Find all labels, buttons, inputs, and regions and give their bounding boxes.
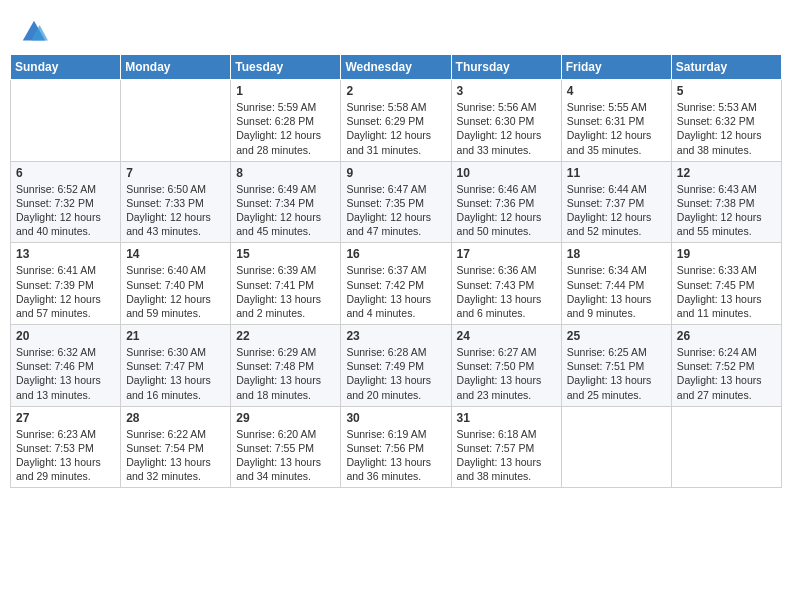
day-info: Sunrise: 5:56 AMSunset: 6:30 PMDaylight:… xyxy=(457,100,556,157)
day-info: Sunrise: 6:25 AMSunset: 7:51 PMDaylight:… xyxy=(567,345,666,402)
day-number: 12 xyxy=(677,166,776,180)
weekday-header-monday: Monday xyxy=(121,55,231,80)
day-info: Sunrise: 5:55 AMSunset: 6:31 PMDaylight:… xyxy=(567,100,666,157)
day-number: 17 xyxy=(457,247,556,261)
day-info: Sunrise: 6:46 AMSunset: 7:36 PMDaylight:… xyxy=(457,182,556,239)
day-number: 1 xyxy=(236,84,335,98)
calendar-week-4: 20Sunrise: 6:32 AMSunset: 7:46 PMDayligh… xyxy=(11,325,782,407)
calendar-cell: 3Sunrise: 5:56 AMSunset: 6:30 PMDaylight… xyxy=(451,80,561,162)
weekday-header-wednesday: Wednesday xyxy=(341,55,451,80)
day-number: 3 xyxy=(457,84,556,98)
calendar-cell xyxy=(11,80,121,162)
day-info: Sunrise: 6:34 AMSunset: 7:44 PMDaylight:… xyxy=(567,263,666,320)
calendar-cell: 7Sunrise: 6:50 AMSunset: 7:33 PMDaylight… xyxy=(121,161,231,243)
day-number: 6 xyxy=(16,166,115,180)
calendar-cell: 17Sunrise: 6:36 AMSunset: 7:43 PMDayligh… xyxy=(451,243,561,325)
day-info: Sunrise: 6:27 AMSunset: 7:50 PMDaylight:… xyxy=(457,345,556,402)
day-info: Sunrise: 6:37 AMSunset: 7:42 PMDaylight:… xyxy=(346,263,445,320)
day-number: 7 xyxy=(126,166,225,180)
day-number: 22 xyxy=(236,329,335,343)
day-number: 26 xyxy=(677,329,776,343)
day-number: 27 xyxy=(16,411,115,425)
day-info: Sunrise: 6:44 AMSunset: 7:37 PMDaylight:… xyxy=(567,182,666,239)
calendar-cell: 11Sunrise: 6:44 AMSunset: 7:37 PMDayligh… xyxy=(561,161,671,243)
day-number: 20 xyxy=(16,329,115,343)
day-info: Sunrise: 6:52 AMSunset: 7:32 PMDaylight:… xyxy=(16,182,115,239)
day-info: Sunrise: 6:50 AMSunset: 7:33 PMDaylight:… xyxy=(126,182,225,239)
day-number: 24 xyxy=(457,329,556,343)
day-info: Sunrise: 6:18 AMSunset: 7:57 PMDaylight:… xyxy=(457,427,556,484)
day-info: Sunrise: 5:59 AMSunset: 6:28 PMDaylight:… xyxy=(236,100,335,157)
day-number: 25 xyxy=(567,329,666,343)
day-info: Sunrise: 6:47 AMSunset: 7:35 PMDaylight:… xyxy=(346,182,445,239)
calendar-cell: 31Sunrise: 6:18 AMSunset: 7:57 PMDayligh… xyxy=(451,406,561,488)
day-info: Sunrise: 6:40 AMSunset: 7:40 PMDaylight:… xyxy=(126,263,225,320)
day-info: Sunrise: 6:41 AMSunset: 7:39 PMDaylight:… xyxy=(16,263,115,320)
day-info: Sunrise: 5:53 AMSunset: 6:32 PMDaylight:… xyxy=(677,100,776,157)
day-number: 5 xyxy=(677,84,776,98)
calendar-cell: 18Sunrise: 6:34 AMSunset: 7:44 PMDayligh… xyxy=(561,243,671,325)
page-header xyxy=(10,10,782,50)
day-info: Sunrise: 6:36 AMSunset: 7:43 PMDaylight:… xyxy=(457,263,556,320)
weekday-header-saturday: Saturday xyxy=(671,55,781,80)
day-info: Sunrise: 6:22 AMSunset: 7:54 PMDaylight:… xyxy=(126,427,225,484)
day-info: Sunrise: 6:43 AMSunset: 7:38 PMDaylight:… xyxy=(677,182,776,239)
calendar-cell: 8Sunrise: 6:49 AMSunset: 7:34 PMDaylight… xyxy=(231,161,341,243)
calendar-cell: 12Sunrise: 6:43 AMSunset: 7:38 PMDayligh… xyxy=(671,161,781,243)
calendar-cell: 9Sunrise: 6:47 AMSunset: 7:35 PMDaylight… xyxy=(341,161,451,243)
calendar-cell: 25Sunrise: 6:25 AMSunset: 7:51 PMDayligh… xyxy=(561,325,671,407)
calendar-week-3: 13Sunrise: 6:41 AMSunset: 7:39 PMDayligh… xyxy=(11,243,782,325)
day-number: 19 xyxy=(677,247,776,261)
day-info: Sunrise: 6:33 AMSunset: 7:45 PMDaylight:… xyxy=(677,263,776,320)
calendar-cell: 5Sunrise: 5:53 AMSunset: 6:32 PMDaylight… xyxy=(671,80,781,162)
day-number: 23 xyxy=(346,329,445,343)
day-info: Sunrise: 6:24 AMSunset: 7:52 PMDaylight:… xyxy=(677,345,776,402)
calendar-cell: 14Sunrise: 6:40 AMSunset: 7:40 PMDayligh… xyxy=(121,243,231,325)
calendar-cell: 1Sunrise: 5:59 AMSunset: 6:28 PMDaylight… xyxy=(231,80,341,162)
day-number: 10 xyxy=(457,166,556,180)
calendar-week-2: 6Sunrise: 6:52 AMSunset: 7:32 PMDaylight… xyxy=(11,161,782,243)
calendar-cell: 2Sunrise: 5:58 AMSunset: 6:29 PMDaylight… xyxy=(341,80,451,162)
day-info: Sunrise: 6:30 AMSunset: 7:47 PMDaylight:… xyxy=(126,345,225,402)
day-number: 8 xyxy=(236,166,335,180)
calendar-cell xyxy=(561,406,671,488)
day-number: 31 xyxy=(457,411,556,425)
day-number: 16 xyxy=(346,247,445,261)
logo xyxy=(20,18,52,46)
calendar-week-1: 1Sunrise: 5:59 AMSunset: 6:28 PMDaylight… xyxy=(11,80,782,162)
day-info: Sunrise: 6:32 AMSunset: 7:46 PMDaylight:… xyxy=(16,345,115,402)
calendar-table: SundayMondayTuesdayWednesdayThursdayFrid… xyxy=(10,54,782,488)
calendar-cell: 22Sunrise: 6:29 AMSunset: 7:48 PMDayligh… xyxy=(231,325,341,407)
calendar-cell: 30Sunrise: 6:19 AMSunset: 7:56 PMDayligh… xyxy=(341,406,451,488)
weekday-header-sunday: Sunday xyxy=(11,55,121,80)
day-number: 11 xyxy=(567,166,666,180)
calendar-cell: 23Sunrise: 6:28 AMSunset: 7:49 PMDayligh… xyxy=(341,325,451,407)
day-number: 15 xyxy=(236,247,335,261)
day-number: 28 xyxy=(126,411,225,425)
day-info: Sunrise: 6:49 AMSunset: 7:34 PMDaylight:… xyxy=(236,182,335,239)
calendar-body: 1Sunrise: 5:59 AMSunset: 6:28 PMDaylight… xyxy=(11,80,782,488)
calendar-week-5: 27Sunrise: 6:23 AMSunset: 7:53 PMDayligh… xyxy=(11,406,782,488)
weekday-header-tuesday: Tuesday xyxy=(231,55,341,80)
day-number: 13 xyxy=(16,247,115,261)
calendar-cell: 29Sunrise: 6:20 AMSunset: 7:55 PMDayligh… xyxy=(231,406,341,488)
calendar-cell: 26Sunrise: 6:24 AMSunset: 7:52 PMDayligh… xyxy=(671,325,781,407)
calendar-cell: 16Sunrise: 6:37 AMSunset: 7:42 PMDayligh… xyxy=(341,243,451,325)
calendar-cell: 21Sunrise: 6:30 AMSunset: 7:47 PMDayligh… xyxy=(121,325,231,407)
logo-icon xyxy=(20,18,48,46)
day-info: Sunrise: 6:29 AMSunset: 7:48 PMDaylight:… xyxy=(236,345,335,402)
day-info: Sunrise: 5:58 AMSunset: 6:29 PMDaylight:… xyxy=(346,100,445,157)
day-info: Sunrise: 6:39 AMSunset: 7:41 PMDaylight:… xyxy=(236,263,335,320)
day-info: Sunrise: 6:23 AMSunset: 7:53 PMDaylight:… xyxy=(16,427,115,484)
day-info: Sunrise: 6:19 AMSunset: 7:56 PMDaylight:… xyxy=(346,427,445,484)
calendar-cell: 13Sunrise: 6:41 AMSunset: 7:39 PMDayligh… xyxy=(11,243,121,325)
weekday-header-friday: Friday xyxy=(561,55,671,80)
calendar-cell: 10Sunrise: 6:46 AMSunset: 7:36 PMDayligh… xyxy=(451,161,561,243)
calendar-cell: 24Sunrise: 6:27 AMSunset: 7:50 PMDayligh… xyxy=(451,325,561,407)
day-number: 2 xyxy=(346,84,445,98)
day-number: 29 xyxy=(236,411,335,425)
calendar-cell: 19Sunrise: 6:33 AMSunset: 7:45 PMDayligh… xyxy=(671,243,781,325)
day-number: 9 xyxy=(346,166,445,180)
weekday-row: SundayMondayTuesdayWednesdayThursdayFrid… xyxy=(11,55,782,80)
calendar-cell: 27Sunrise: 6:23 AMSunset: 7:53 PMDayligh… xyxy=(11,406,121,488)
